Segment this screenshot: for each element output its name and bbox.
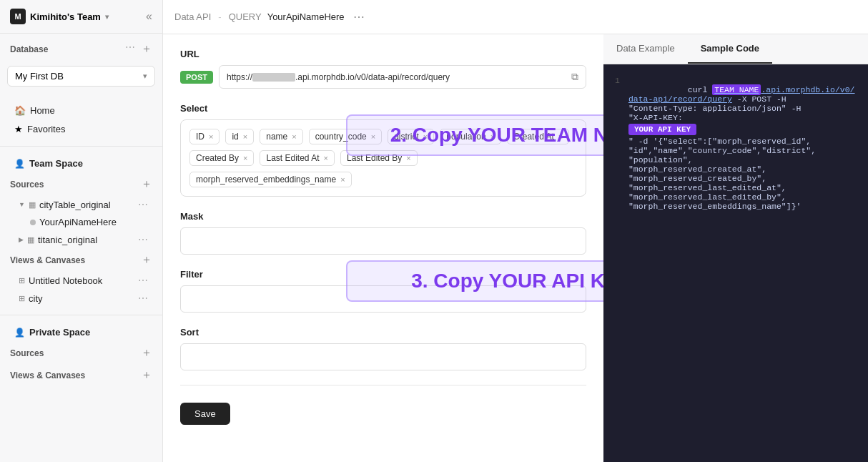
private-sources-add-icon[interactable]: ＋ [141,345,152,360]
filter-input[interactable] [180,285,586,313]
tag-last-edited-at: Last Edited At× [260,150,335,166]
body-split: 2. Copy YOUR TEAM NAME Here 3. Copy YOUR… [163,34,868,462]
tree-item-citytable[interactable]: ▼ ▦ cityTable_original ⋯ [4,196,158,213]
tag-last-edited-by-remove[interactable]: × [406,154,410,162]
breadcrumb-api: Data API [174,11,211,22]
tag-name: name× [260,129,302,144]
sources-section-header: Sources ＋ [0,173,162,195]
team-chevron-icon[interactable]: ▾ [105,13,109,21]
db-name-label: My First DB [15,71,64,82]
private-sources-label: Sources [10,348,44,358]
sidebar-header: M Kimihito's Team ▾ « [0,0,162,34]
topbar-options-icon[interactable]: ⋯ [353,10,365,24]
yourapiname-label: YourApiNameHere [39,217,117,227]
home-label: Home [30,105,55,116]
table-icon: ▦ [29,200,36,210]
code-content-1: curl TEAM NAME.api.morphdb.io/v0/data-ap… [628,76,857,220]
sources-add-icon[interactable]: ＋ [141,177,152,192]
database-section-header: Database ⋯ ＋ [0,38,162,60]
tag-created-by-remove[interactable]: × [243,154,247,162]
city-label: city [29,293,43,304]
save-button[interactable]: Save [180,403,230,425]
private-space-icon: 👤 [14,328,25,338]
url-input-box[interactable]: https://.api.morphdb.io/v0/data-api/reco… [219,65,586,89]
tree-item-yourapiname[interactable]: YourApiNameHere [4,214,158,230]
right-panel-tabs: Data Example Sample Code [603,34,868,64]
team-space-label: Team Space [29,158,83,169]
tag-last-edited-at-remove[interactable]: × [324,154,328,162]
tag-created-at-remove[interactable]: × [558,132,563,141]
sidebar: M Kimihito's Team ▾ « Database ⋯ ＋ My Fi… [0,0,163,462]
sidebar-item-untitled-notebook[interactable]: ⊞ Untitled Notebook ⋯ [4,272,158,289]
sort-input[interactable] [180,343,586,370]
titanic-icon: ▦ [27,235,34,245]
sidebar-collapse-icon[interactable]: « [146,10,152,23]
tag-id: id× [225,129,254,144]
tag-created-at: Created At× [507,129,569,144]
select-section-label: Select [180,103,586,114]
post-badge: POST [180,71,213,84]
database-section-label: Database [10,44,48,54]
sidebar-item-home[interactable]: 🏠 Home [4,102,158,119]
tag-embeddings-name-remove[interactable]: × [340,175,345,184]
sidebar-item-city[interactable]: ⊞ city ⋯ [4,290,158,307]
citytable-options-icon[interactable]: ⋯ [138,199,148,210]
titanic-options-icon[interactable]: ⋯ [138,234,148,245]
tag-ID-remove[interactable]: × [209,132,213,141]
tag-district-remove[interactable]: × [423,132,428,141]
home-icon: 🏠 [14,105,26,116]
sidebar-item-favorites[interactable]: ★ Favorites [4,120,158,138]
tag-id-remove[interactable]: × [243,132,247,141]
tag-name-remove[interactable]: × [292,132,296,141]
city-view-icon: ⊞ [19,294,25,303]
favorites-label: Favorites [27,124,65,134]
untitled-notebook-label: Untitled Notebook [29,275,102,286]
private-views-label: Views & Canvases [10,370,85,380]
line-num-1: 1 [615,76,620,85]
url-masked [252,73,295,82]
tree-item-titanic[interactable]: ▶ ▦ titanic_original ⋯ [4,231,158,248]
private-views-header: Views & Canvases ＋ [0,364,162,386]
sidebar-private-space: 👤 Private Space [4,323,158,341]
team-name-label: Kimihito's Team [30,11,101,22]
citytable-label: cityTable_original [39,200,111,210]
notebook-icon: ⊞ [19,276,25,285]
url-text: https://.api.morphdb.io/v0/data-api/reco… [227,72,450,82]
select-box: ID× id× name× country_code× district× po… [180,119,586,197]
tab-sample-code[interactable]: Sample Code [688,34,772,64]
db-chevron-icon: ▾ [143,72,147,81]
tag-population: population× [440,129,501,144]
code-line-1: 1 curl TEAM NAME.api.morphdb.io/v0/data-… [615,76,857,220]
api-key-banner: YOUR API KEY [628,124,696,135]
sidebar-logo[interactable]: M Kimihito's Team ▾ [10,9,109,24]
private-views-add-icon[interactable]: ＋ [141,368,152,383]
code-block: 1 curl TEAM NAME.api.morphdb.io/v0/data-… [603,64,868,462]
tag-district: district× [388,129,434,144]
url-row: POST https://.api.morphdb.io/v0/data-api… [180,65,586,89]
tag-ID: ID× [189,129,220,144]
breadcrumb-query: QUERY [229,11,262,22]
tag-embeddings-name: morph_reserved_embeddings_name× [189,172,352,187]
tag-created-by: Created By× [189,150,254,166]
mask-input[interactable] [180,227,586,255]
api-name-breadcrumb: YourApiNameHere [267,11,345,22]
tag-population-remove[interactable]: × [490,132,495,141]
city-options-icon[interactable]: ⋯ [138,293,148,304]
notebook-options-icon[interactable]: ⋯ [138,275,148,286]
tag-country-code-remove[interactable]: × [371,132,375,141]
private-space-label: Private Space [29,327,90,338]
expand-icon: ▼ [19,201,25,208]
views-section-header: Views & Canvases ＋ [0,249,162,271]
child-dot-icon [30,220,36,225]
views-label: Views & Canvases [10,255,85,265]
database-add-icon[interactable]: ＋ [141,41,152,56]
tab-data-example[interactable]: Data Example [603,34,688,64]
db-selector[interactable]: My First DB ▾ [7,66,155,87]
nav-section: 🏠 Home ★ Favorites [0,97,162,143]
logo-icon: M [10,9,26,24]
url-copy-icon[interactable]: ⧉ [571,71,578,83]
main-area: Data API - QUERY YourApiNameHere ⋯ 2. Co… [163,0,868,462]
views-add-icon[interactable]: ＋ [141,252,152,267]
database-options-icon[interactable]: ⋯ [125,41,135,56]
right-panel: Data Example Sample Code 1 curl TEAM NAM… [603,34,868,462]
